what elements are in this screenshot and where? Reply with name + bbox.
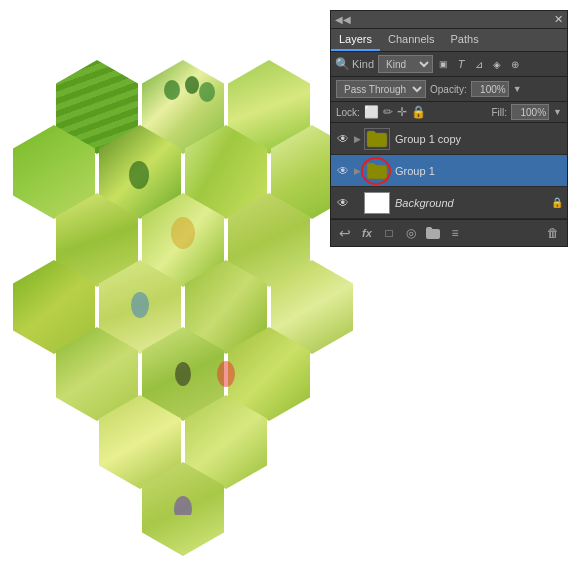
layers-panel: ◀◀ ✕ Layers Channels Paths 🔍 Kind Kind ▣…: [330, 10, 568, 247]
adjustment-icon[interactable]: ◎: [402, 224, 420, 242]
delete-layer-icon[interactable]: 🗑: [544, 224, 562, 242]
icon-effect[interactable]: ◈: [489, 56, 505, 72]
icon-pixel[interactable]: ▣: [435, 56, 451, 72]
layer-name-group1copy: Group 1 copy: [393, 133, 563, 145]
layer-row-group1copy[interactable]: 👁 ▶ Group 1 copy: [331, 123, 567, 155]
visibility-icon-background[interactable]: 👁: [335, 195, 351, 211]
mask-icon[interactable]: □: [380, 224, 398, 242]
collapse-icon[interactable]: ◀◀: [335, 14, 351, 25]
icon-path[interactable]: ⊿: [471, 56, 487, 72]
visibility-icon-group1copy[interactable]: 👁: [335, 131, 351, 147]
lock-position-icon[interactable]: ✛: [397, 105, 407, 119]
layer-row-group1[interactable]: 👁 ▶ Group 1: [331, 155, 567, 187]
fill-arrow[interactable]: ▼: [553, 107, 562, 117]
background-lock-icon: 🔒: [551, 197, 563, 208]
expand-icon-group1[interactable]: ▶: [354, 166, 361, 176]
blend-mode-dropdown[interactable]: Pass Through Normal Multiply Screen: [336, 80, 426, 98]
layer-name-group1: Group 1: [393, 165, 563, 177]
kind-toolbar: 🔍 Kind Kind ▣ T ⊿ ◈ ⊕: [331, 52, 567, 77]
panel-tabs: Layers Channels Paths: [331, 29, 567, 52]
opacity-arrow[interactable]: ▼: [513, 84, 522, 94]
kind-dropdown[interactable]: Kind: [378, 55, 433, 73]
fx-icon[interactable]: fx: [358, 224, 376, 242]
lock-transparency-icon[interactable]: ⬜: [364, 105, 379, 119]
layer-thumb-group1: [364, 160, 390, 182]
tab-paths[interactable]: Paths: [443, 29, 487, 51]
visibility-icon-group1[interactable]: 👁: [335, 163, 351, 179]
expand-icon-background: ▶: [354, 198, 361, 208]
folder-icon-group1: [366, 162, 388, 180]
layer-thumb-background: [364, 192, 390, 214]
icon-type[interactable]: T: [453, 56, 469, 72]
group-icon[interactable]: [424, 224, 442, 242]
tab-channels[interactable]: Channels: [380, 29, 442, 51]
properties-icon[interactable]: ≡: [446, 224, 464, 242]
blend-row: Pass Through Normal Multiply Screen Opac…: [331, 77, 567, 102]
search-icon: 🔍: [335, 57, 350, 71]
panel-header: ◀◀ ✕: [331, 11, 567, 29]
fill-label: Fill:: [492, 107, 508, 118]
lock-all-icon[interactable]: 🔒: [411, 105, 426, 119]
layer-row-background[interactable]: 👁 ▶ Background 🔒: [331, 187, 567, 219]
folder-icon: [366, 130, 388, 148]
folder-new-icon: [426, 227, 440, 239]
tab-layers[interactable]: Layers: [331, 29, 380, 51]
close-icon[interactable]: ✕: [351, 13, 563, 26]
opacity-input[interactable]: [471, 81, 509, 97]
layer-name-background: Background: [393, 197, 548, 209]
opacity-label: Opacity:: [430, 84, 467, 95]
layer-thumb-group1copy: [364, 128, 390, 150]
lock-image-icon[interactable]: ✏: [383, 105, 393, 119]
kind-label: Kind: [352, 58, 374, 70]
panel-bottom-toolbar: ↩ fx □ ◎ ≡ 🗑: [331, 219, 567, 246]
expand-icon-group1copy[interactable]: ▶: [354, 134, 361, 144]
link-icon[interactable]: ↩: [336, 224, 354, 242]
fill-input[interactable]: [511, 104, 549, 120]
icon-smart[interactable]: ⊕: [507, 56, 523, 72]
lock-label: Lock:: [336, 107, 360, 118]
lock-row: Lock: ⬜ ✏ ✛ 🔒 Fill: ▼: [331, 102, 567, 123]
